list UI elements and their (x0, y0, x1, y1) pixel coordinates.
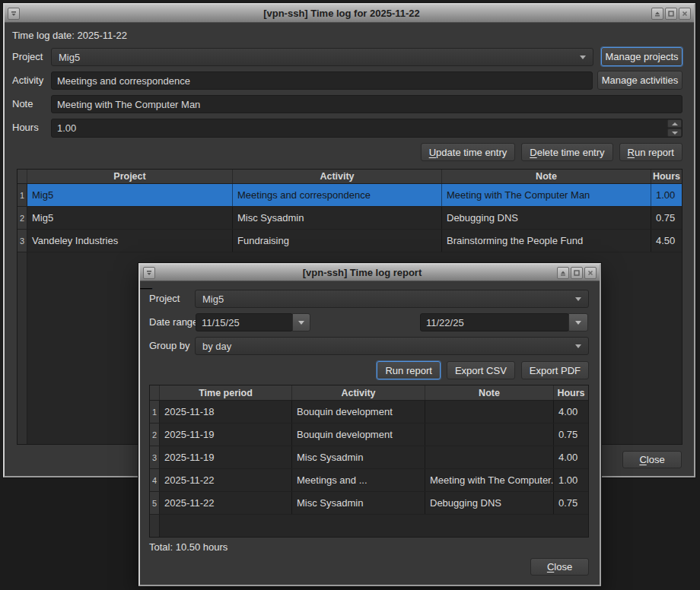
maximize-icon[interactable] (665, 8, 677, 20)
row-number: 2 (150, 423, 160, 446)
hours-spinner (51, 119, 682, 138)
cell-activity: Misc Sysadmin (292, 492, 425, 514)
close-label: lose (554, 561, 572, 573)
cell-note (425, 423, 554, 446)
cell-project: Mig5 (27, 184, 233, 206)
dialog-titlebar[interactable]: [vpn-ssh] Time log report (140, 265, 600, 281)
header-activity[interactable]: Activity (233, 170, 442, 183)
cell-activity: Meetings and ... (292, 469, 425, 491)
close-accesskey: C (547, 561, 554, 573)
chevron-down-icon (580, 56, 586, 59)
note-input[interactable] (51, 95, 682, 113)
header-note[interactable]: Note (425, 385, 554, 400)
dialog-title: [vpn-ssh] Time log report (173, 265, 551, 281)
export-pdf-button[interactable]: Export PDF (521, 361, 589, 379)
chevron-down-icon (575, 297, 581, 301)
total-hours-label: Total: 10.50 hours (149, 538, 228, 557)
cell-activity: Fundraising (233, 230, 442, 252)
dialog-close-button[interactable]: Close (530, 558, 589, 576)
cell-hours: 1.00 (554, 469, 588, 491)
hours-input[interactable] (51, 119, 682, 138)
header-activity[interactable]: Activity (292, 385, 425, 400)
report-table: Time period Activity Note Hours 1 2025-1… (149, 385, 589, 538)
report-table-row[interactable]: 2 2025-11-19 Bouquin development 0.75 (150, 423, 588, 446)
report-table-row[interactable]: 3 2025-11-19 Misc Sysadmin 4.00 (150, 446, 588, 469)
run-report-button[interactable]: Run report (619, 143, 682, 161)
cell-note: Debugging DNS (442, 207, 651, 229)
hours-label: Hours (12, 119, 39, 137)
report-project-combo[interactable]: Mig5 (195, 290, 589, 308)
cell-hours: 0.75 (651, 207, 682, 229)
date-from-input[interactable] (196, 313, 293, 331)
report-project-combo-value: Mig5 (202, 293, 224, 305)
report-table-row[interactable]: 5 2025-11-22 Misc Sysadmin Debugging DNS… (150, 492, 588, 515)
report-table-row[interactable]: 1 2025-11-18 Bouquin development 4.00 (150, 401, 588, 423)
run-label: un report (635, 147, 674, 158)
cell-hours: 4.00 (554, 401, 588, 423)
header-rownum[interactable] (150, 385, 160, 400)
cell-activity: Meetings and correspondence (233, 184, 442, 206)
dialog-run-report-button[interactable]: Run report (377, 361, 440, 379)
delete-time-entry-button[interactable]: Delete time entry (521, 143, 612, 161)
header-hours[interactable]: Hours (651, 170, 682, 183)
header-project[interactable]: Project (27, 170, 233, 183)
project-combo[interactable]: Mig5 (51, 48, 593, 66)
delete-accesskey: D (530, 147, 536, 158)
maximize-icon[interactable] (571, 267, 583, 279)
cell-note: Meeting with The Computer... (425, 469, 554, 491)
close-icon[interactable] (584, 267, 597, 279)
export-csv-button[interactable]: Export CSV (447, 361, 515, 379)
activity-input[interactable] (51, 71, 593, 90)
activity-label: Activity (12, 71, 43, 90)
close-icon[interactable] (679, 8, 691, 20)
note-label: Note (12, 95, 33, 113)
project-label: Project (12, 48, 43, 66)
date-range-label: Date range (149, 313, 198, 331)
window-menu-icon[interactable] (8, 8, 20, 20)
date-from-dropdown-button[interactable] (292, 313, 310, 331)
cell-hours: 0.75 (554, 492, 588, 514)
spin-up-icon[interactable] (667, 119, 682, 128)
cell-project: Vandeley Industries (27, 230, 233, 252)
row-number: 3 (150, 446, 160, 468)
cell-activity: Bouquin development (292, 423, 425, 446)
header-hours[interactable]: Hours (554, 385, 588, 400)
report-table-row[interactable]: 4 2025-11-22 Meetings and ... Meeting wi… (150, 469, 588, 492)
close-label: lose (647, 454, 665, 465)
table-empty-area (150, 515, 588, 537)
group-by-combo[interactable]: by day (195, 337, 589, 355)
cell-hours: 0.75 (554, 423, 588, 446)
table-header-row: Project Activity Note Hours (18, 170, 682, 184)
manage-projects-button[interactable]: Manage projects (601, 47, 682, 66)
header-note[interactable]: Note (442, 170, 651, 183)
cell-note: Brainstorming the People Fund (442, 230, 651, 252)
cell-time-period: 2025-11-19 (160, 423, 292, 446)
cell-note (425, 446, 554, 468)
cell-time-period: 2025-11-22 (160, 469, 292, 491)
run-accesskey: R (628, 147, 635, 158)
row-number: 1 (150, 401, 160, 423)
chevron-down-icon (575, 321, 581, 325)
manage-activities-button[interactable]: Manage activities (597, 71, 682, 90)
spin-down-icon[interactable] (667, 128, 682, 137)
chevron-down-icon (298, 321, 304, 325)
shade-icon[interactable] (651, 8, 663, 20)
header-time-period[interactable]: Time period (160, 385, 292, 400)
shade-icon[interactable] (557, 267, 569, 279)
date-to-dropdown-button[interactable] (568, 313, 588, 331)
report-project-label: Project (149, 290, 180, 308)
table-row[interactable]: 3 Vandeley Industries Fundraising Brains… (18, 230, 682, 252)
update-accesskey: U (429, 147, 436, 158)
update-time-entry-button[interactable]: Update time entry (421, 143, 516, 161)
close-button[interactable]: Close (622, 451, 682, 468)
titlebar[interactable]: [vpn-ssh] Time log for 2025-11-22 (5, 5, 694, 23)
time-log-date-label: Time log date: 2025-11-22 (12, 27, 127, 45)
table-row[interactable]: 2 Mig5 Misc Sysadmin Debugging DNS 0.75 (18, 207, 682, 230)
header-rownum[interactable] (18, 170, 27, 183)
update-label: pdate time entry (436, 147, 507, 158)
window-menu-icon[interactable] (143, 267, 155, 279)
group-by-label: Group by (149, 337, 189, 355)
date-to-input[interactable] (420, 313, 569, 331)
cell-hours: 4.50 (651, 230, 682, 252)
table-row-selected[interactable]: 1 Mig5 Meetings and correspondence Meeti… (18, 184, 682, 207)
